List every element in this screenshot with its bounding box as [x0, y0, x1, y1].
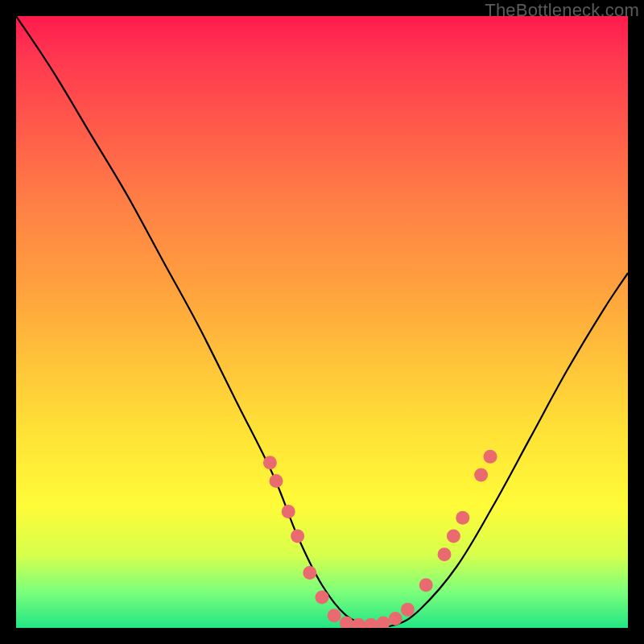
chart-svg — [16, 16, 628, 628]
curve-marker — [282, 505, 295, 518]
chart-frame: TheBottleneck.com — [0, 0, 644, 644]
curve-marker — [316, 591, 329, 605]
chart-plot-area — [16, 16, 628, 628]
curve-marker — [456, 511, 469, 525]
curve-marker — [377, 616, 390, 628]
curve-marker — [340, 616, 353, 628]
curve-marker — [389, 612, 402, 625]
curve-marker — [484, 450, 497, 464]
curve-markers — [263, 450, 497, 628]
curve-marker — [303, 566, 316, 580]
curve-marker — [438, 547, 452, 561]
curve-marker — [263, 456, 277, 469]
curve-marker — [447, 530, 460, 543]
curve-marker — [401, 603, 415, 617]
curve-marker — [364, 618, 378, 628]
curve-marker — [328, 609, 341, 622]
watermark-text: TheBottleneck.com — [485, 0, 639, 21]
curve-marker — [270, 474, 283, 488]
curve-marker — [419, 578, 433, 592]
curve-marker — [474, 469, 488, 482]
bottleneck-curve — [16, 16, 628, 626]
curve-marker — [291, 530, 304, 543]
